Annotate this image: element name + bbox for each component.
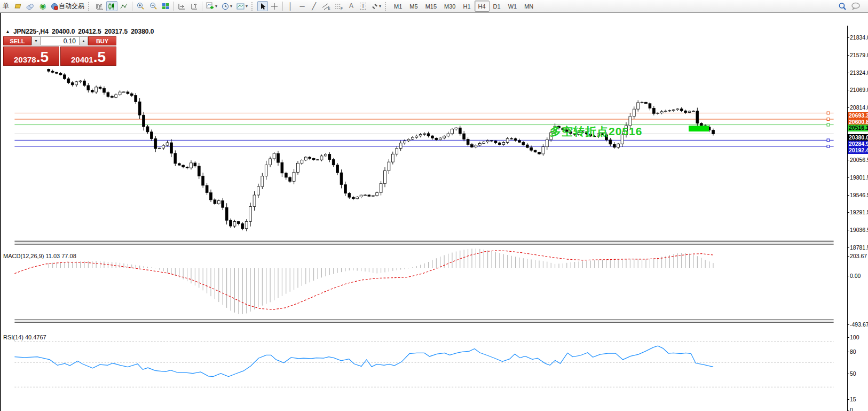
rsi-tick: 15 <box>850 396 868 402</box>
candle-chart-icon <box>108 3 116 10</box>
zoom-out-button[interactable] <box>147 1 159 11</box>
auto-scroll-button[interactable] <box>176 1 187 11</box>
buy-price-button[interactable]: 20401.5 <box>60 46 116 66</box>
timeframe-H4[interactable]: H4 <box>475 1 490 12</box>
candle-chart-button[interactable] <box>106 1 117 11</box>
cursor-button[interactable] <box>257 1 268 11</box>
horizontal-line-button[interactable]: ─ <box>297 1 307 11</box>
timeframe-M30[interactable]: M30 <box>440 1 459 12</box>
new-order-label: 单 <box>3 2 9 11</box>
timeframe-H1[interactable]: H1 <box>459 1 474 12</box>
price-tick: 19546.5 <box>850 192 868 198</box>
timeframe-M5[interactable]: M5 <box>406 1 421 12</box>
chat-button[interactable] <box>849 1 862 11</box>
chart-symbol: JPN225-,H4 <box>13 28 49 35</box>
timeframe-M1[interactable]: M1 <box>390 1 406 12</box>
price-axis[interactable]: 21834.021579.021324.021069.020814.020056… <box>847 26 868 411</box>
price-tick: 20814.0 <box>850 104 868 111</box>
price-tick: 21324.0 <box>850 69 868 76</box>
text-label-button[interactable]: T <box>358 1 368 11</box>
timeframe-M15[interactable]: M15 <box>422 1 440 12</box>
signals-button[interactable]: ◉ <box>37 1 48 11</box>
autotrade-button[interactable]: 自动交易 <box>49 1 86 11</box>
profile-icon <box>26 3 35 10</box>
chart-plot[interactable] <box>1 26 847 411</box>
new-chart-icon <box>14 2 22 10</box>
crosshair-button[interactable] <box>269 1 280 11</box>
profile-button[interactable] <box>25 1 36 11</box>
auto-scroll-icon <box>178 3 186 10</box>
chart-low: 20317.5 <box>105 28 128 35</box>
timeframe-W1[interactable]: W1 <box>504 1 521 12</box>
equidistant-channel-button[interactable]: E <box>320 1 332 11</box>
equidistant-channel-icon: E <box>322 3 330 10</box>
trendline-icon: ╱ <box>312 3 316 10</box>
vertical-line-icon: │ <box>288 3 293 10</box>
chart-shift-button[interactable] <box>188 1 200 11</box>
fibonacci-button[interactable]: F <box>333 1 345 11</box>
sell-price-button[interactable]: 20378.5 <box>3 46 59 66</box>
timeframe-D1[interactable]: D1 <box>490 1 504 12</box>
text-button[interactable]: A <box>346 1 357 11</box>
volume-input[interactable]: 0.10 <box>41 36 79 45</box>
chevron-down-icon: ▾ <box>230 4 232 9</box>
chevron-down-icon: ▾ <box>379 4 381 9</box>
sell-button[interactable]: SELL <box>3 36 31 45</box>
rsi-tick: 50 <box>850 370 868 377</box>
chat-icon <box>851 2 861 10</box>
collapse-triangle-icon[interactable]: ▲ <box>5 29 10 34</box>
buy-price: 20401 <box>71 55 93 64</box>
sell-price: 20378 <box>14 55 36 64</box>
macd-tick: 0.00 <box>850 273 868 279</box>
chart-close: 20380.0 <box>131 28 154 35</box>
autotrade-icon <box>51 3 59 10</box>
highlight-rectangle[interactable] <box>689 126 709 131</box>
svg-text:E: E <box>328 6 330 10</box>
arrows-button[interactable]: ▾ <box>369 1 383 11</box>
rsi-indicator-label: RSI(14) 40.4767 <box>3 334 46 340</box>
volume-increase-button[interactable]: ▲ <box>79 36 88 45</box>
add-indicator-button[interactable]: ▾ <box>204 1 219 11</box>
toolbar-grip <box>88 2 91 11</box>
chart-window: ▲ JPN225-,H4 20400.0 20412.5 20317.5 203… <box>0 13 868 411</box>
template-icon <box>236 3 245 10</box>
volume-decrease-button[interactable]: ▼ <box>31 36 41 45</box>
price-level-badge: 20516.1 <box>848 125 868 131</box>
mt4-window: 单 ◉ 自动交易 <box>0 0 868 411</box>
arrows-icon <box>371 3 378 10</box>
line-chart-icon <box>120 3 128 10</box>
price-tick: 19801.5 <box>850 174 868 181</box>
line-chart-button[interactable] <box>119 1 130 11</box>
buy-price-fraction: .5 <box>93 50 106 64</box>
tile-windows-button[interactable] <box>160 1 171 11</box>
zoom-in-icon <box>136 2 145 10</box>
add-indicator-icon <box>206 2 215 10</box>
zoom-in-button[interactable] <box>135 1 146 11</box>
toolbar-separator <box>282 2 283 11</box>
chevron-down-icon: ▾ <box>246 4 248 9</box>
price-tick: 20056.5 <box>850 157 868 163</box>
new-chart-button[interactable] <box>12 1 23 11</box>
price-tick: 19036.5 <box>850 227 868 233</box>
new-order-button[interactable]: 单 <box>1 1 11 11</box>
chevron-down-icon: ▾ <box>215 4 217 9</box>
period-button[interactable]: ▾ <box>220 1 234 11</box>
vertical-line-button[interactable]: │ <box>285 1 296 11</box>
chart-shift-icon <box>190 3 198 10</box>
template-button[interactable]: ▾ <box>235 1 249 11</box>
svg-text:F: F <box>341 6 343 10</box>
bar-chart-button[interactable] <box>94 1 105 11</box>
search-button[interactable] <box>837 1 848 11</box>
pivot-annotation-text[interactable]: 多空转折点20516 <box>550 124 642 139</box>
toolbar-right <box>836 1 863 11</box>
buy-button[interactable]: BUY <box>88 36 116 45</box>
price-tick: 21579.0 <box>850 52 868 58</box>
timeframe-MN[interactable]: MN <box>520 1 537 12</box>
trendline-button[interactable]: ╱ <box>309 1 319 11</box>
price-tick: 18781.5 <box>850 244 868 251</box>
macd-tick: -493.67 <box>850 321 868 328</box>
rsi-tick: 100 <box>850 334 868 340</box>
price-tick: 21069.0 <box>850 87 868 93</box>
fibonacci-icon: F <box>335 3 343 10</box>
toolbar-separator <box>173 2 174 11</box>
